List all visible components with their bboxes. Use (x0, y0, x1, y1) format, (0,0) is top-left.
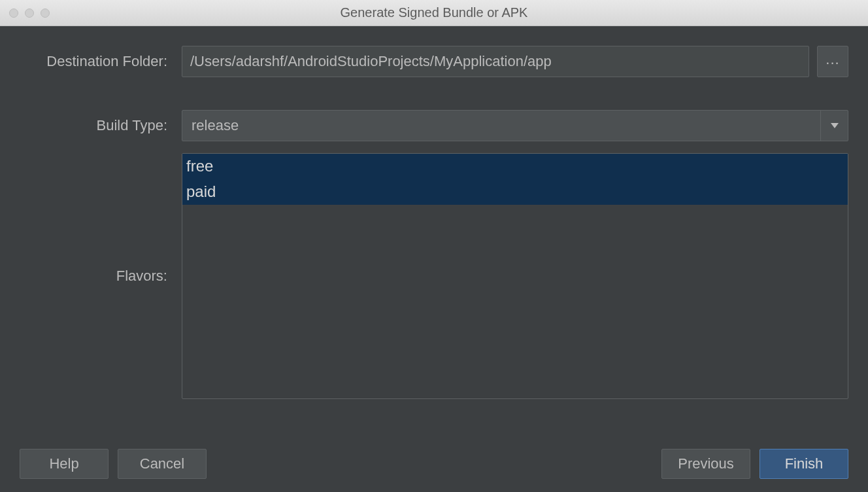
minimize-window-icon[interactable] (25, 9, 34, 18)
close-window-icon[interactable] (9, 9, 18, 18)
browse-button[interactable]: ... (817, 46, 848, 77)
build-type-label: Build Type: (20, 117, 182, 134)
flavor-item-paid[interactable]: paid (182, 179, 848, 205)
finish-button[interactable]: Finish (760, 449, 848, 479)
window-title: Generate Signed Bundle or APK (0, 5, 868, 20)
window-controls (0, 9, 50, 18)
flavors-row: Flavors: free paid (20, 153, 848, 399)
help-button[interactable]: Help (20, 449, 108, 479)
flavor-item-free[interactable]: free (182, 154, 848, 179)
cancel-button[interactable]: Cancel (118, 449, 207, 479)
destination-folder-row: Destination Folder: ... (20, 46, 848, 77)
button-bar: Help Cancel Previous Finish (20, 449, 848, 479)
titlebar: Generate Signed Bundle or APK (0, 0, 868, 26)
flavors-label: Flavors: (20, 268, 182, 285)
dialog-content: Destination Folder: ... Build Type: rele… (0, 26, 868, 412)
destination-folder-input[interactable] (182, 46, 809, 77)
previous-button[interactable]: Previous (661, 449, 750, 479)
build-type-row: Build Type: release (20, 110, 848, 141)
build-type-select[interactable]: release (182, 110, 848, 141)
chevron-down-icon (820, 111, 848, 141)
build-type-value: release (182, 111, 820, 141)
flavors-listbox[interactable]: free paid (182, 153, 848, 399)
zoom-window-icon[interactable] (41, 9, 50, 18)
destination-folder-label: Destination Folder: (20, 53, 182, 70)
